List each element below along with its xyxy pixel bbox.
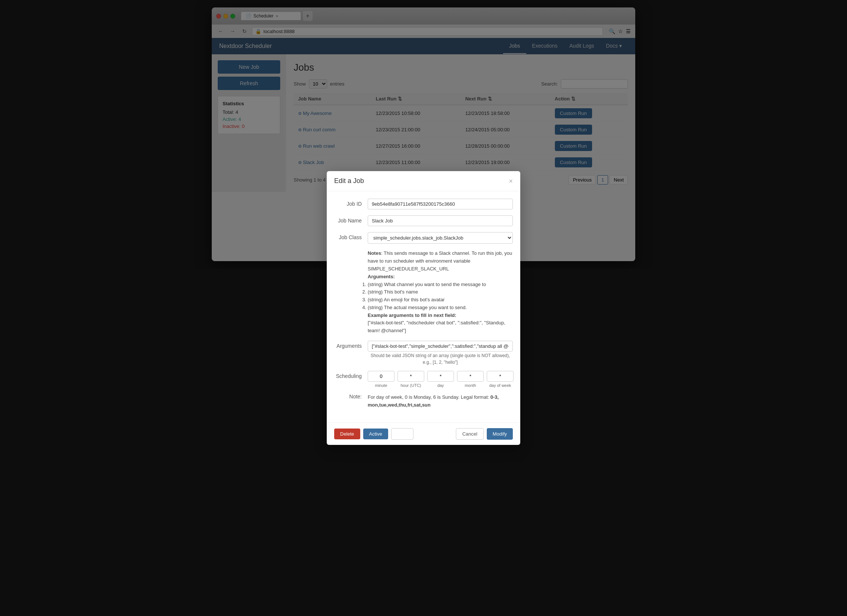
job-name-input[interactable] <box>368 215 513 226</box>
notes-text: : This sends message to a Slack channel.… <box>368 251 512 268</box>
job-class-select[interactable]: simple_scheduler.jobs.slack_job.SlackJob <box>368 232 513 244</box>
notes-spacer <box>334 250 368 252</box>
notes-content: Notes: This sends message to a Slack cha… <box>368 250 513 268</box>
notes-bold: Notes <box>368 251 381 256</box>
modal-close-button[interactable]: × <box>509 178 513 184</box>
modal-title: Edit a Job <box>334 177 364 185</box>
job-id-input[interactable] <box>368 199 513 209</box>
job-class-group: Job Class simple_scheduler.jobs.slack_jo… <box>334 232 513 244</box>
job-class-label: Job Class <box>334 232 368 240</box>
job-name-group: Job Name <box>334 215 513 226</box>
notes-group: Notes: This sends message to a Slack cha… <box>334 250 513 268</box>
modal-overlay: Edit a Job × Job ID Job Name Job Class s… <box>0 0 847 268</box>
job-id-label: Job ID <box>334 199 368 207</box>
edit-job-modal: Edit a Job × Job ID Job Name Job Class s… <box>327 171 520 268</box>
job-id-group: Job ID <box>334 199 513 209</box>
modal-body: Job ID Job Name Job Class simple_schedul… <box>327 191 520 268</box>
modal-header: Edit a Job × <box>327 171 520 191</box>
job-name-label: Job Name <box>334 215 368 224</box>
